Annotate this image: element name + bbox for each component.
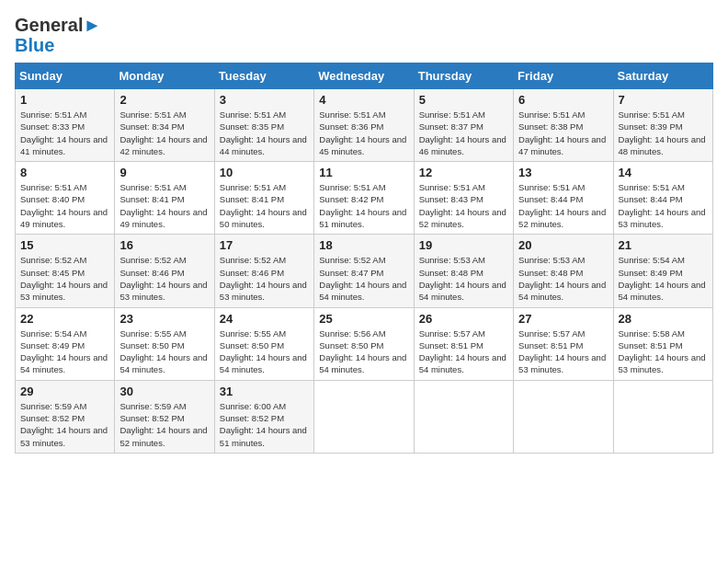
sunset-text: Sunset: 8:50 PM xyxy=(319,340,383,350)
daylight-text: Daylight: 14 hours and 52 minutes. xyxy=(518,207,606,229)
calendar-cell: 30 Sunrise: 5:59 AM Sunset: 8:52 PM Dayl… xyxy=(115,380,214,453)
calendar-cell: 26 Sunrise: 5:57 AM Sunset: 8:51 PM Dayl… xyxy=(414,307,513,380)
calendar-cell: 19 Sunrise: 5:53 AM Sunset: 8:48 PM Dayl… xyxy=(414,235,513,307)
sunset-text: Sunset: 8:50 PM xyxy=(220,340,284,350)
sunset-text: Sunset: 8:41 PM xyxy=(119,194,184,204)
day-number: 20 xyxy=(518,238,608,252)
daylight-text: Daylight: 14 hours and 50 minutes. xyxy=(220,207,307,229)
day-number: 26 xyxy=(419,312,508,326)
sunrise-text: Sunrise: 5:51 AM xyxy=(619,182,685,192)
daylight-text: Daylight: 14 hours and 47 minutes. xyxy=(518,134,606,156)
calendar-cell: 9 Sunrise: 5:51 AM Sunset: 8:41 PM Dayli… xyxy=(115,162,214,235)
calendar-cell xyxy=(613,380,712,453)
calendar-cell: 1 Sunrise: 5:51 AM Sunset: 8:33 PM Dayli… xyxy=(16,89,115,162)
calendar-table: SundayMondayTuesdayWednesdayThursdayFrid… xyxy=(15,63,713,454)
sunset-text: Sunset: 8:35 PM xyxy=(220,121,284,132)
day-header-thursday: Thursday xyxy=(414,63,513,89)
day-number: 4 xyxy=(319,93,408,107)
sunset-text: Sunset: 8:48 PM xyxy=(518,268,583,278)
sunset-text: Sunset: 8:49 PM xyxy=(619,268,683,278)
sunrise-text: Sunrise: 5:52 AM xyxy=(119,255,186,265)
sunset-text: Sunset: 8:48 PM xyxy=(419,268,483,278)
sunrise-text: Sunrise: 6:00 AM xyxy=(220,401,286,411)
day-number: 29 xyxy=(20,385,109,398)
sunset-text: Sunset: 8:51 PM xyxy=(619,340,683,350)
calendar-cell: 18 Sunrise: 5:52 AM Sunset: 8:47 PM Dayl… xyxy=(314,235,414,307)
logo-icon: ► xyxy=(83,15,101,35)
sunset-text: Sunset: 8:52 PM xyxy=(119,413,184,423)
logo: General► Blue xyxy=(15,15,101,55)
daylight-text: Daylight: 14 hours and 54 minutes. xyxy=(319,352,406,374)
daylight-text: Daylight: 14 hours and 54 minutes. xyxy=(20,352,108,374)
daylight-text: Daylight: 14 hours and 49 minutes. xyxy=(119,207,207,229)
sunset-text: Sunset: 8:39 PM xyxy=(619,121,683,132)
sunset-text: Sunset: 8:52 PM xyxy=(20,413,85,423)
day-number: 5 xyxy=(419,93,508,107)
sunrise-text: Sunrise: 5:54 AM xyxy=(619,255,685,265)
calendar-cell: 4 Sunrise: 5:51 AM Sunset: 8:36 PM Dayli… xyxy=(314,89,414,162)
daylight-text: Daylight: 14 hours and 53 minutes. xyxy=(619,207,706,229)
day-number: 22 xyxy=(20,312,109,326)
calendar-cell: 2 Sunrise: 5:51 AM Sunset: 8:34 PM Dayli… xyxy=(115,89,214,162)
calendar-cell: 20 Sunrise: 5:53 AM Sunset: 8:48 PM Dayl… xyxy=(514,235,613,307)
sunset-text: Sunset: 8:42 PM xyxy=(319,194,383,204)
calendar-cell: 25 Sunrise: 5:56 AM Sunset: 8:50 PM Dayl… xyxy=(314,307,414,380)
sunset-text: Sunset: 8:44 PM xyxy=(518,194,583,204)
day-number: 2 xyxy=(119,93,209,107)
calendar-cell: 10 Sunrise: 5:51 AM Sunset: 8:41 PM Dayl… xyxy=(214,162,313,235)
daylight-text: Daylight: 14 hours and 53 minutes. xyxy=(119,280,207,302)
sunset-text: Sunset: 8:34 PM xyxy=(119,121,184,132)
sunrise-text: Sunrise: 5:59 AM xyxy=(20,401,86,411)
sunrise-text: Sunrise: 5:51 AM xyxy=(220,182,286,192)
day-number: 9 xyxy=(119,166,209,179)
sunset-text: Sunset: 8:51 PM xyxy=(419,340,483,350)
calendar-cell xyxy=(314,380,414,453)
sunset-text: Sunset: 8:36 PM xyxy=(319,121,383,132)
daylight-text: Daylight: 14 hours and 41 minutes. xyxy=(20,134,108,156)
daylight-text: Daylight: 14 hours and 44 minutes. xyxy=(220,134,307,156)
daylight-text: Daylight: 14 hours and 52 minutes. xyxy=(119,425,207,447)
daylight-text: Daylight: 14 hours and 53 minutes. xyxy=(20,280,108,302)
day-number: 13 xyxy=(518,166,608,179)
calendar-cell xyxy=(514,380,613,453)
sunrise-text: Sunrise: 5:52 AM xyxy=(20,255,86,265)
sunrise-text: Sunrise: 5:56 AM xyxy=(319,328,385,339)
sunset-text: Sunset: 8:51 PM xyxy=(518,340,583,350)
calendar-week-3: 15 Sunrise: 5:52 AM Sunset: 8:45 PM Dayl… xyxy=(16,235,713,307)
day-header-monday: Monday xyxy=(115,63,214,89)
day-number: 25 xyxy=(319,312,408,326)
day-header-tuesday: Tuesday xyxy=(214,63,313,89)
day-number: 17 xyxy=(220,238,309,252)
sunrise-text: Sunrise: 5:59 AM xyxy=(119,401,186,411)
logo-blue: Blue xyxy=(15,35,54,55)
daylight-text: Daylight: 14 hours and 52 minutes. xyxy=(419,207,506,229)
sunrise-text: Sunrise: 5:51 AM xyxy=(220,109,286,120)
daylight-text: Daylight: 14 hours and 54 minutes. xyxy=(419,280,506,302)
day-number: 28 xyxy=(619,312,708,326)
calendar-cell: 11 Sunrise: 5:51 AM Sunset: 8:42 PM Dayl… xyxy=(314,162,414,235)
sunrise-text: Sunrise: 5:53 AM xyxy=(518,255,585,265)
calendar-cell: 21 Sunrise: 5:54 AM Sunset: 8:49 PM Dayl… xyxy=(613,235,712,307)
daylight-text: Daylight: 14 hours and 53 minutes. xyxy=(619,352,706,374)
daylight-text: Daylight: 14 hours and 45 minutes. xyxy=(319,134,406,156)
sunset-text: Sunset: 8:38 PM xyxy=(518,121,583,132)
calendar-cell: 29 Sunrise: 5:59 AM Sunset: 8:52 PM Dayl… xyxy=(16,380,115,453)
sunrise-text: Sunrise: 5:51 AM xyxy=(419,109,485,120)
page-header: General► Blue xyxy=(15,15,713,55)
sunrise-text: Sunrise: 5:51 AM xyxy=(119,182,186,192)
sunrise-text: Sunrise: 5:51 AM xyxy=(319,182,385,192)
day-number: 7 xyxy=(619,93,708,107)
sunrise-text: Sunrise: 5:51 AM xyxy=(619,109,685,120)
calendar-cell: 3 Sunrise: 5:51 AM Sunset: 8:35 PM Dayli… xyxy=(214,89,313,162)
sunrise-text: Sunrise: 5:51 AM xyxy=(518,109,585,120)
calendar-week-2: 8 Sunrise: 5:51 AM Sunset: 8:40 PM Dayli… xyxy=(16,162,713,235)
day-number: 12 xyxy=(419,166,508,179)
daylight-text: Daylight: 14 hours and 48 minutes. xyxy=(619,134,706,156)
calendar-cell: 14 Sunrise: 5:51 AM Sunset: 8:44 PM Dayl… xyxy=(613,162,712,235)
sunset-text: Sunset: 8:33 PM xyxy=(20,121,85,132)
calendar-cell: 23 Sunrise: 5:55 AM Sunset: 8:50 PM Dayl… xyxy=(115,307,214,380)
sunset-text: Sunset: 8:46 PM xyxy=(119,268,184,278)
sunset-text: Sunset: 8:45 PM xyxy=(20,268,85,278)
day-number: 15 xyxy=(20,238,109,252)
daylight-text: Daylight: 14 hours and 46 minutes. xyxy=(419,134,506,156)
